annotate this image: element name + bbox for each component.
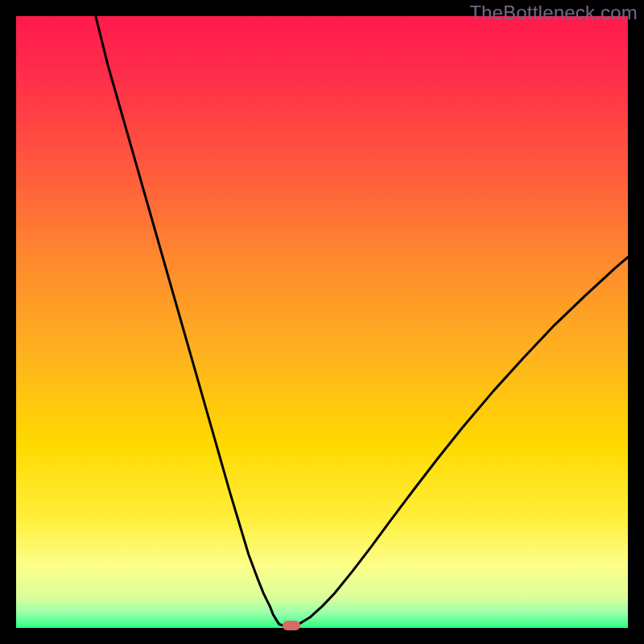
optimal-point-marker bbox=[283, 621, 300, 630]
attribution-text: TheBottleneck.com bbox=[469, 2, 638, 24]
chart-svg bbox=[16, 16, 628, 628]
gradient-rect bbox=[16, 16, 628, 628]
chart-frame bbox=[16, 16, 628, 628]
